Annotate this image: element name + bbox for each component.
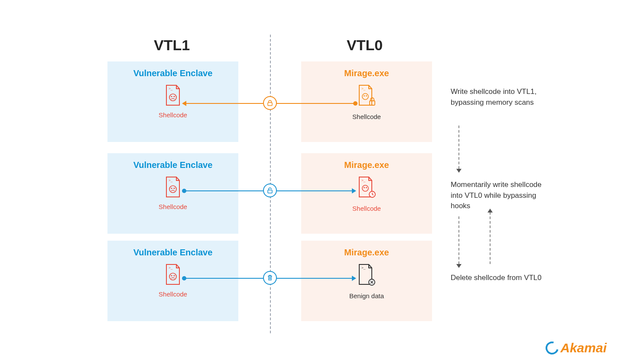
benign-file-icon: >_ bbox=[357, 264, 377, 287]
file-label: Shellcode bbox=[301, 113, 432, 120]
logo-text: Akamai bbox=[560, 341, 607, 355]
file-label: Benign data bbox=[301, 292, 432, 300]
arrow-head-icon bbox=[352, 188, 356, 193]
svg-text:>_: >_ bbox=[169, 178, 173, 182]
svg-point-5 bbox=[362, 93, 368, 100]
mirage-card-3: Mirage.exe >_ Benign data bbox=[301, 241, 432, 321]
dashed-arrow-2-up bbox=[490, 212, 491, 264]
arrow-origin-dot bbox=[182, 189, 186, 193]
svg-point-16 bbox=[364, 187, 365, 188]
shellcode-file-icon: >_ bbox=[164, 264, 182, 285]
svg-point-3 bbox=[173, 96, 175, 97]
enclave-card-3: Vulnerable Enclave >_ Shellcode bbox=[107, 241, 238, 321]
dashed-arrow-head-icon bbox=[488, 209, 493, 213]
card-title: Mirage.exe bbox=[301, 248, 432, 258]
shellcode-file-icon: >_ bbox=[164, 84, 182, 106]
logo-swirl-icon bbox=[543, 339, 561, 357]
shellcode-file-icon: >_ bbox=[164, 176, 182, 198]
svg-point-22 bbox=[171, 275, 172, 276]
svg-point-1 bbox=[169, 94, 176, 101]
svg-rect-9 bbox=[268, 103, 272, 106]
step-text-1: Write shellcode into VTL1, bypassing mem… bbox=[451, 87, 550, 108]
arrow-origin-dot bbox=[182, 276, 186, 280]
card-title: Vulnerable Enclave bbox=[107, 68, 238, 78]
file-label: Shellcode bbox=[107, 111, 238, 119]
arrow-head-icon bbox=[352, 276, 356, 281]
column-header-vtl1: VTL1 bbox=[154, 37, 190, 54]
svg-text:>_: >_ bbox=[169, 87, 173, 90]
svg-text:>_: >_ bbox=[169, 266, 173, 270]
svg-point-12 bbox=[171, 187, 172, 189]
file-label: Shellcode bbox=[301, 205, 432, 212]
arrow-origin-dot bbox=[353, 101, 358, 106]
akamai-logo: Akamai bbox=[546, 341, 607, 355]
svg-text:>_: >_ bbox=[361, 178, 366, 182]
svg-text:>_: >_ bbox=[361, 266, 366, 270]
svg-point-23 bbox=[173, 275, 175, 276]
card-title: Mirage.exe bbox=[301, 68, 432, 78]
dashed-arrow-head-icon bbox=[456, 169, 462, 173]
card-title: Mirage.exe bbox=[301, 160, 432, 170]
file-label: Shellcode bbox=[107, 290, 238, 298]
lock-circle-icon bbox=[263, 96, 277, 110]
svg-point-13 bbox=[173, 187, 175, 189]
timed-shellcode-file-icon: >_ bbox=[357, 176, 377, 200]
trash-circle-icon bbox=[263, 271, 277, 285]
mirage-card-2: Mirage.exe >_ Shellcode bbox=[301, 153, 432, 234]
svg-point-6 bbox=[364, 95, 365, 97]
svg-text:>_: >_ bbox=[361, 87, 366, 90]
card-title: Vulnerable Enclave bbox=[107, 248, 238, 258]
dashed-arrow-2-down bbox=[458, 216, 459, 264]
svg-rect-19 bbox=[268, 190, 272, 193]
dashed-arrow-1 bbox=[458, 126, 459, 169]
svg-point-11 bbox=[169, 186, 176, 193]
arrow-head-icon bbox=[182, 101, 186, 106]
enclave-card-2: Vulnerable Enclave >_ Shellcode bbox=[107, 153, 238, 234]
enclave-card-1: Vulnerable Enclave >_ Shellcode bbox=[107, 61, 238, 142]
svg-point-2 bbox=[171, 96, 172, 97]
column-header-vtl0: VTL0 bbox=[347, 37, 383, 54]
step-text-2: Momentarily write shellcode into VTL0 wh… bbox=[451, 180, 550, 212]
svg-point-21 bbox=[169, 273, 176, 280]
svg-point-15 bbox=[362, 185, 368, 191]
locked-file-icon: >_ bbox=[357, 84, 377, 108]
svg-point-17 bbox=[366, 187, 367, 188]
step-text-3: Delete shellcode from VTL0 bbox=[451, 273, 550, 283]
unlock-circle-icon bbox=[263, 184, 277, 197]
svg-point-7 bbox=[366, 95, 367, 97]
card-title: Vulnerable Enclave bbox=[107, 160, 238, 170]
mirage-card-1: Mirage.exe >_ Shellcode bbox=[301, 61, 432, 142]
dashed-arrow-head-icon bbox=[456, 264, 462, 268]
file-label: Shellcode bbox=[107, 203, 238, 210]
